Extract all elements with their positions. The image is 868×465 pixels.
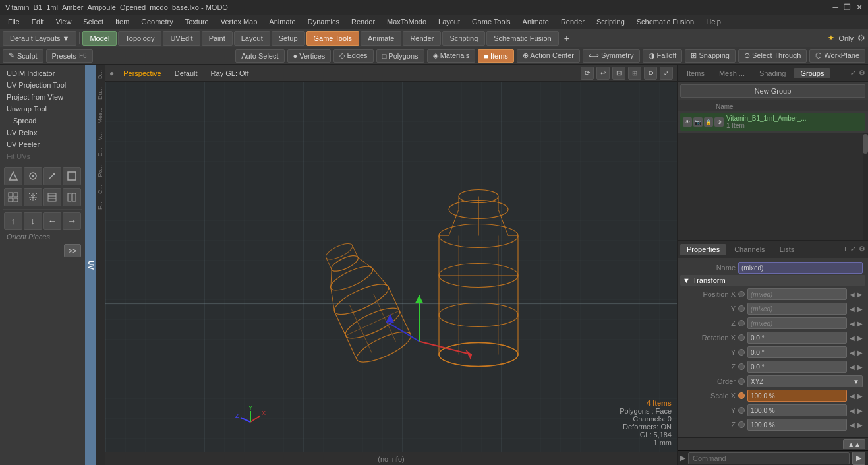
vpanel-tab-5[interactable]: E... [96,145,104,160]
position-y-dot[interactable] [738,305,745,312]
rb-plus-btn[interactable]: + [843,245,848,254]
vpanel-tab-3[interactable]: Mes... [96,105,104,127]
materials-btn[interactable]: ◈ Materials [427,49,476,63]
vpanel-tab-1[interactable]: D... [96,67,104,82]
vp-undo-btn[interactable]: ↩ [596,67,610,80]
project-from-view[interactable]: Project from View [3,91,82,103]
scale-z-right-arr[interactable]: ▶ [857,421,863,429]
menu-scripting[interactable]: Scripting [591,16,630,27]
ray-gl-label[interactable]: Ray GL: Off [207,68,253,78]
position-z-input[interactable]: (mixed) [747,317,847,329]
window-controls[interactable]: ─ ❐ ✕ [832,3,863,12]
spread-item[interactable]: Spread [3,115,82,127]
icon-btn-8[interactable] [63,188,81,206]
scale-x-input[interactable]: 100.0 % [747,390,847,402]
menu-game-tools[interactable]: Game Tools [467,16,516,27]
presets-btn[interactable]: Presets F6 [46,49,93,63]
viewport-menu-icon[interactable]: ● [109,69,114,78]
icon-btn-7[interactable] [43,188,62,206]
scale-z-dot[interactable] [738,421,745,428]
menu-edit[interactable]: Edit [26,16,49,27]
menu-schematic[interactable]: Schematic Fusion [631,16,699,27]
unwrap-tool[interactable]: Unwrap Tool [3,103,82,115]
position-x-dot[interactable] [738,291,745,297]
default-layouts-btn[interactable]: Default Layouts ▼ [3,31,76,46]
position-z-dot[interactable] [738,320,745,326]
snapping-btn[interactable]: ⊞ Snapping [685,49,736,63]
scale-x-right-arr[interactable]: ▶ [857,392,863,400]
rb-expand-btn[interactable]: ⤢ [850,245,856,254]
minimize-button[interactable]: ─ [832,3,838,12]
vp-frame-btn[interactable]: ⊡ [612,67,625,80]
position-y-left-arr[interactable]: ◀ [850,305,855,313]
icon-btn-6[interactable] [24,188,42,206]
tab-model[interactable]: Model [82,31,117,46]
tab-mesh[interactable]: Mesh ... [712,68,751,78]
vp-grid-btn[interactable]: ⊞ [628,67,641,80]
item-render-toggle[interactable]: 📷 [693,117,703,127]
rotation-x-dot[interactable] [738,334,745,341]
tab-scripting[interactable]: Scripting [442,31,485,46]
rb-tab-properties[interactable]: Properties [680,244,726,255]
udim-indicator[interactable]: UDIM Indicator [3,67,82,79]
add-tab-button[interactable]: + [560,32,573,45]
tab-items[interactable]: Items [680,68,711,78]
arrow-down-btn[interactable]: ↓ [24,212,42,230]
position-y-right-arr[interactable]: ▶ [857,305,863,313]
order-dot[interactable] [738,378,745,385]
rotation-z-left-arr[interactable]: ◀ [850,363,855,371]
tab-setup[interactable]: Setup [272,31,305,46]
tab-topology[interactable]: Topology [118,31,161,46]
menu-vertex-map[interactable]: Vertex Map [216,16,263,27]
scale-z-input[interactable]: 100.0 % [747,419,847,431]
sculpt-btn[interactable]: ✎ Sculpt [3,49,43,63]
vp-settings-btn[interactable]: ⚙ [644,67,657,80]
tab-shading[interactable]: Shading [753,68,792,78]
vpanel-tab-2[interactable]: Du... [96,84,104,102]
arrow-right-btn[interactable]: → [63,212,81,230]
workplane-btn[interactable]: ⬡ WorkPlane [809,49,865,63]
scale-y-left-arr[interactable]: ◀ [850,407,855,414]
vp-rotate-btn[interactable]: ⟳ [581,67,594,80]
transform-title[interactable]: ▼ Transform [680,275,865,286]
menu-animate[interactable]: Animate [264,16,301,27]
expand-left-btn[interactable]: >> [64,244,81,257]
tab-game-tools[interactable]: Game Tools [306,31,360,46]
item-visibility-toggle[interactable]: 👁 [683,117,692,127]
tab-animate[interactable]: Animate [361,31,401,46]
rotation-x-left-arr[interactable]: ◀ [850,334,855,342]
scale-y-dot[interactable] [738,407,745,414]
menu-file[interactable]: File [3,16,25,27]
right-expand-icon[interactable]: ⤢ [850,69,856,77]
vertices-btn[interactable]: ● Vertices [287,49,332,63]
position-x-left-arr[interactable]: ◀ [850,291,855,298]
select-through-btn[interactable]: ⊙ Select Through [738,49,807,63]
uv-relax[interactable]: UV Relax [3,127,82,139]
position-x-right-arr[interactable]: ▶ [857,291,863,298]
rotation-y-left-arr[interactable]: ◀ [850,349,855,356]
auto-select-btn[interactable]: Auto Select [235,49,284,63]
rotation-x-input[interactable]: 0.0 ° [747,332,847,344]
tab-groups[interactable]: Groups [794,68,830,78]
default-label[interactable]: Default [171,68,202,78]
right-scrollbar[interactable] [863,133,868,240]
symmetry-btn[interactable]: ⟺ Symmetry [583,49,640,63]
icon-btn-2[interactable] [24,167,42,185]
icon-btn-5[interactable] [4,188,22,206]
menu-render2[interactable]: Render [556,16,590,27]
position-z-left-arr[interactable]: ◀ [850,320,855,327]
tab-uvedit[interactable]: UVEdit [163,31,200,46]
rotation-y-dot[interactable] [738,349,745,356]
rb-tab-lists[interactable]: Lists [773,244,801,255]
menu-view[interactable]: View [51,16,77,27]
falloff-btn[interactable]: ◑ Falloff [643,49,683,63]
menu-geometry[interactable]: Geometry [136,16,178,27]
position-z-right-arr[interactable]: ▶ [857,320,863,327]
cmd-execute-btn[interactable]: ▶ [852,452,865,465]
rotation-z-input[interactable]: 0.0 ° [747,361,847,373]
scale-y-right-arr[interactable]: ▶ [857,407,863,414]
tab-layout[interactable]: Layout [234,31,270,46]
item-list-row-1[interactable]: 👁 📷 🔒 ⚙ Vitamin_B1_1ml_Amber_... 1 Item [680,113,865,131]
order-select[interactable]: XYZ ▼ [747,375,863,387]
action-center-btn[interactable]: ⊕ Action Center [517,49,580,63]
